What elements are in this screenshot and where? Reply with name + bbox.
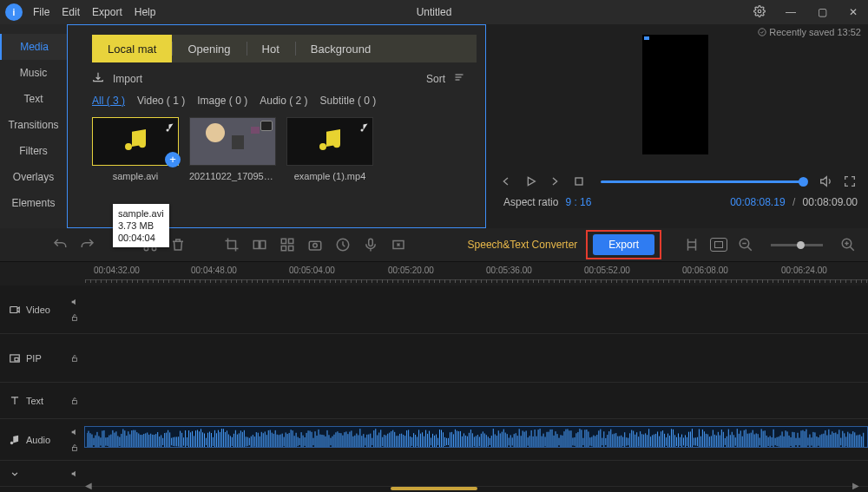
horizontal-scrollbar[interactable] — [391, 487, 477, 490]
marker-button[interactable] — [682, 235, 701, 254]
mute-icon[interactable] — [70, 469, 79, 478]
filter-video[interactable]: Video ( 1 ) — [137, 95, 185, 107]
lock-icon[interactable] — [70, 397, 79, 405]
svg-rect-14 — [369, 239, 373, 246]
stop-button[interactable] — [571, 174, 587, 189]
scroll-right-icon[interactable]: ▶ — [852, 481, 859, 490]
lock-icon[interactable] — [70, 354, 79, 363]
export-button[interactable]: Export — [593, 234, 654, 255]
svg-rect-22 — [73, 358, 77, 361]
next-frame-button[interactable] — [547, 174, 562, 189]
thumb-label: example (1).mp4 — [286, 171, 373, 181]
mosaic-button[interactable] — [278, 235, 297, 254]
app-logo-icon: i — [5, 3, 23, 21]
music-note-icon — [122, 126, 149, 157]
current-time: 00:08:08.19 — [730, 196, 785, 208]
tab-background[interactable]: Background — [295, 35, 386, 62]
svg-rect-6 — [260, 241, 266, 249]
lock-icon[interactable] — [70, 313, 79, 322]
sidebar-item-transitions[interactable]: Transitions — [0, 112, 67, 138]
track-pip[interactable]: PIP — [0, 334, 868, 383]
filter-image[interactable]: Image ( 0 ) — [197, 95, 247, 107]
filter-audio[interactable]: Audio ( 2 ) — [260, 95, 307, 107]
svg-rect-5 — [253, 241, 259, 249]
sidebar-item-media[interactable]: Media — [0, 34, 67, 60]
add-to-timeline-icon[interactable]: + — [165, 152, 181, 167]
audio-clip[interactable] — [84, 426, 868, 448]
aspect-value[interactable]: 9 : 16 — [565, 196, 591, 208]
seek-bar[interactable] — [601, 180, 804, 183]
delete-button[interactable] — [168, 235, 187, 254]
voice-button[interactable] — [361, 235, 380, 254]
zoom-in-button[interactable] — [838, 235, 858, 254]
svg-rect-2 — [575, 178, 582, 185]
svg-rect-23 — [73, 400, 77, 403]
speed-button[interactable] — [333, 235, 352, 254]
media-thumb-sample[interactable]: + sample.avi — [92, 117, 179, 181]
maximize-button[interactable]: ▢ — [811, 6, 833, 18]
play-button[interactable] — [523, 174, 538, 189]
split-button[interactable] — [250, 235, 269, 254]
svg-rect-21 — [15, 358, 18, 361]
sort-icon[interactable] — [452, 72, 466, 85]
sidebar-item-overlays[interactable]: Overlays — [0, 164, 67, 190]
svg-point-12 — [313, 244, 318, 248]
settings-gear-icon[interactable] — [748, 5, 771, 20]
track-video[interactable]: Video — [0, 285, 868, 334]
svg-point-0 — [758, 10, 761, 13]
menu-file[interactable]: File — [33, 6, 49, 18]
preview-canvas[interactable] — [642, 35, 708, 154]
timeline-tracks: Video PIP Text Audio — [0, 285, 868, 492]
sidebar-item-elements[interactable]: Elements — [0, 190, 67, 216]
redo-button[interactable] — [78, 235, 97, 254]
window-title: Untitled — [417, 6, 452, 18]
volume-icon[interactable] — [818, 174, 833, 189]
zoom-out-button[interactable] — [736, 235, 755, 254]
tab-local-mat[interactable]: Local mat — [92, 35, 172, 62]
track-extra[interactable] — [0, 461, 868, 487]
timeline-ruler[interactable]: 00:04:32.00 00:04:48.00 00:05:04.00 00:0… — [0, 261, 868, 285]
media-filter-row: All ( 3 ) Video ( 1 ) Image ( 0 ) Audio … — [92, 95, 485, 107]
svg-point-1 — [759, 29, 766, 36]
aspect-label: Aspect ratio — [503, 196, 558, 208]
lock-icon[interactable] — [70, 443, 79, 452]
media-thumb-video[interactable]: 20211022_170955... — [189, 117, 276, 181]
track-text[interactable]: Text — [0, 383, 868, 419]
speech-text-converter-link[interactable]: Speech&Text Converter — [468, 239, 578, 251]
tab-hot[interactable]: Hot — [247, 35, 295, 62]
sidebar-item-text[interactable]: Text — [0, 86, 67, 112]
menu-export[interactable]: Export — [92, 6, 122, 18]
freeze-button[interactable] — [389, 235, 408, 254]
fit-button[interactable] — [710, 238, 727, 252]
svg-rect-10 — [289, 246, 293, 251]
menu-help[interactable]: Help — [135, 6, 156, 18]
import-label[interactable]: Import — [113, 73, 142, 85]
close-button[interactable]: ✕ — [842, 6, 865, 18]
sidebar-item-music[interactable]: Music — [0, 60, 67, 86]
menu-edit[interactable]: Edit — [62, 6, 80, 18]
waveform-icon — [87, 429, 865, 448]
track-audio[interactable]: Audio — [0, 419, 868, 461]
sidebar-item-filters[interactable]: Filters — [0, 138, 67, 164]
corner-music-icon — [359, 121, 370, 136]
snapshot-button[interactable] — [306, 235, 325, 254]
zoom-slider[interactable] — [771, 244, 823, 246]
mute-icon[interactable] — [70, 428, 79, 436]
minimize-button[interactable]: — — [779, 6, 802, 18]
filter-all[interactable]: All ( 3 ) — [92, 95, 125, 107]
prev-frame-button[interactable] — [498, 174, 514, 189]
corner-music-icon — [165, 121, 175, 136]
scroll-left-icon[interactable]: ◀ — [85, 481, 92, 490]
crop-button[interactable] — [222, 235, 241, 254]
undo-button[interactable] — [50, 235, 69, 254]
filter-subtitle[interactable]: Subtitle ( 0 ) — [320, 95, 377, 107]
tab-opening[interactable]: Opening — [172, 35, 246, 62]
media-thumb-example[interactable]: example (1).mp4 — [286, 117, 373, 181]
sort-label[interactable]: Sort — [426, 73, 445, 85]
mute-icon[interactable] — [70, 298, 79, 306]
import-icon[interactable] — [92, 71, 104, 86]
left-sidebar: Media Music Text Transitions Filters Ove… — [0, 24, 67, 228]
media-tab-bar: Local mat Opening Hot Background — [92, 35, 477, 62]
svg-rect-9 — [281, 246, 286, 251]
fullscreen-icon[interactable] — [842, 174, 858, 189]
